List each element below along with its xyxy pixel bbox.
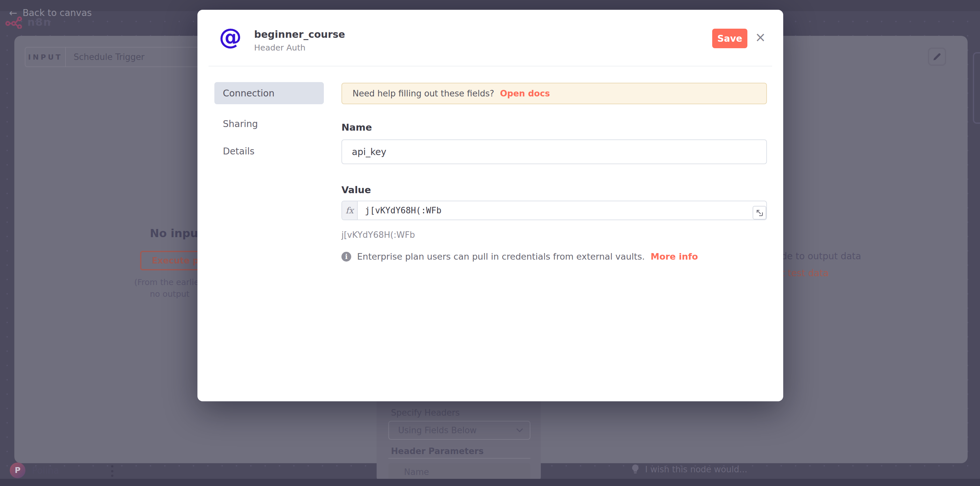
edit-node-name-button[interactable] xyxy=(928,48,946,66)
chevron-down-icon xyxy=(516,428,523,433)
expand-expression-button[interactable] xyxy=(752,206,766,219)
help-banner: Need help filling out these fields? Open… xyxy=(341,83,767,104)
value-input[interactable] xyxy=(358,201,766,219)
credential-type-subtitle: Header Auth xyxy=(254,43,305,52)
pencil-icon xyxy=(932,52,942,61)
avatar[interactable]: P xyxy=(10,462,25,478)
output-panel-text: de to output data xyxy=(781,251,861,262)
more-info-link[interactable]: More info xyxy=(651,251,698,262)
tab-details-label: Details xyxy=(223,146,255,157)
canvas-bottom-strip xyxy=(0,479,980,486)
value-field-label: Value xyxy=(341,184,371,195)
value-field-group: fx xyxy=(341,201,767,220)
info-icon: i xyxy=(341,252,351,262)
specify-headers-select[interactable]: Using Fields Below xyxy=(388,421,530,440)
save-button[interactable]: Save xyxy=(712,29,748,48)
node-feedback-input[interactable]: I wish this node would... xyxy=(631,464,748,475)
enterprise-info-row: i Enterprise plan users can pull in cred… xyxy=(341,251,698,262)
name-input[interactable] xyxy=(341,140,767,164)
n8n-wordmark: n8n xyxy=(27,16,51,29)
specify-headers-select-value: Using Fields Below xyxy=(398,426,516,435)
set-test-data-link[interactable]: t test data xyxy=(781,268,829,278)
input-hint-line1: (From the earlies xyxy=(134,278,203,287)
node-feedback-placeholder: I wish this node would... xyxy=(645,464,748,474)
tab-connection[interactable]: Connection xyxy=(215,82,324,104)
help-banner-text: Need help filling out these fields? xyxy=(353,89,494,98)
input-source-selector[interactable]: INPUT Schedule Trigger xyxy=(25,47,220,67)
close-icon[interactable]: × xyxy=(752,29,768,45)
tab-connection-label: Connection xyxy=(223,88,274,99)
user-menu-kebab-icon[interactable] xyxy=(107,465,117,477)
header-parameters-divider xyxy=(388,458,530,459)
n8n-logo: n8n xyxy=(5,16,51,29)
canvas-node[interactable] xyxy=(973,52,980,124)
lightbulb-icon xyxy=(631,464,640,475)
input-hint-line2: no output xyxy=(150,289,189,299)
header-parameters-label: Header Parameters xyxy=(391,446,484,456)
value-preview-text: j[vKYdY68H(:WFb xyxy=(341,230,415,240)
tab-sharing-label: Sharing xyxy=(223,119,258,129)
credential-title: beginner_course xyxy=(254,29,345,40)
expand-icon xyxy=(756,209,763,216)
n8n-logo-icon xyxy=(5,16,25,29)
user-name: Polina xyxy=(32,465,59,476)
n8n-app: ← Back to canvas n8n INPUT Schedule Trig… xyxy=(0,0,980,486)
expression-fx-toggle[interactable]: fx xyxy=(342,201,358,219)
name-field-label: Name xyxy=(341,122,372,133)
sidebar-user[interactable]: P Polina xyxy=(10,462,59,478)
header-divider xyxy=(208,66,772,67)
credential-at-icon: @ xyxy=(219,25,242,48)
enterprise-info-text: Enterprise plan users can pull in creden… xyxy=(357,251,645,262)
canvas-top-strip xyxy=(0,0,980,11)
specify-headers-label: Specify Headers xyxy=(391,408,460,418)
open-docs-link[interactable]: Open docs xyxy=(500,89,550,98)
credential-modal: @ beginner_course Header Auth Save × Con… xyxy=(197,10,783,401)
tab-sharing[interactable]: Sharing xyxy=(215,113,324,135)
input-label: INPUT xyxy=(25,48,66,67)
parameter-name-label: Name xyxy=(404,467,429,477)
input-source-value[interactable]: Schedule Trigger xyxy=(66,52,220,62)
tab-details[interactable]: Details xyxy=(215,140,324,162)
